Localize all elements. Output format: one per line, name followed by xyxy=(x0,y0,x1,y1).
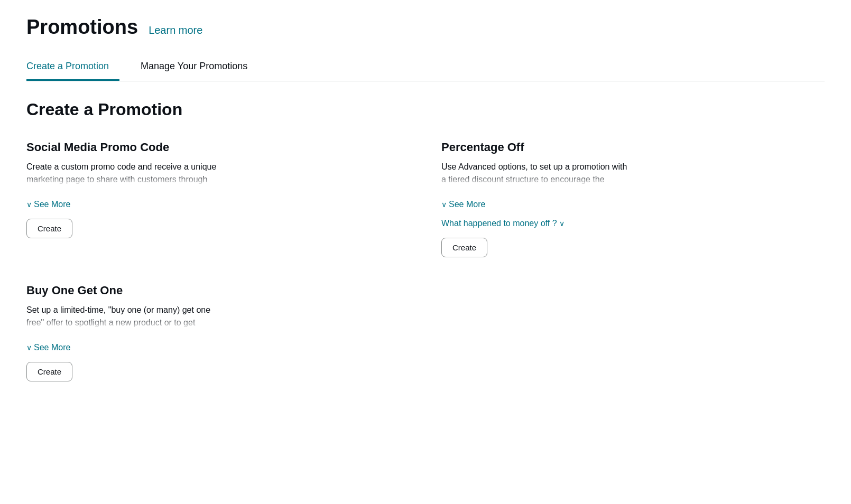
learn-more-link[interactable]: Learn more xyxy=(149,24,202,36)
see-more-link-bogo[interactable]: ∨ See More xyxy=(26,343,70,352)
promo-desc-bogo: Set up a limited-time, "buy one (or many… xyxy=(26,304,333,329)
money-off-link[interactable]: What happened to money off ? ∨ xyxy=(441,219,565,228)
chevron-down-icon: ∨ xyxy=(26,200,32,209)
section-title: Create a Promotion xyxy=(26,100,825,119)
page-title: Promotions xyxy=(26,16,138,39)
promo-card-bogo: Buy One Get One Set up a limited-time, "… xyxy=(26,284,410,381)
promo-title-bogo: Buy One Get One xyxy=(26,284,410,297)
see-more-link-percentage-off[interactable]: ∨ See More xyxy=(441,200,485,209)
chevron-down-icon-pct: ∨ xyxy=(441,200,447,209)
promo-title-social-media: Social Media Promo Code xyxy=(26,141,410,154)
promo-title-percentage-off: Percentage Off xyxy=(441,141,825,154)
see-more-link-social-media[interactable]: ∨ See More xyxy=(26,200,70,209)
tab-manage-promotions[interactable]: Manage Your Promotions xyxy=(141,54,258,81)
promo-desc-social-media: Create a custom promo code and receive a… xyxy=(26,161,333,186)
promo-card-percentage-off: Percentage Off Use Advanced options, to … xyxy=(441,141,825,257)
chevron-down-icon-money: ∨ xyxy=(559,219,565,228)
tabs-bar: Create a Promotion Manage Your Promotion… xyxy=(26,54,825,81)
tab-create-promotion[interactable]: Create a Promotion xyxy=(26,54,119,81)
page-header: Promotions Learn more xyxy=(26,16,825,39)
promotions-grid: Social Media Promo Code Create a custom … xyxy=(26,141,825,408)
create-button-percentage-off[interactable]: Create xyxy=(441,238,487,257)
chevron-down-icon-bogo: ∨ xyxy=(26,343,32,352)
create-button-social-media[interactable]: Create xyxy=(26,219,72,238)
promo-card-social-media: Social Media Promo Code Create a custom … xyxy=(26,141,410,257)
promo-desc-percentage-off: Use Advanced options, to set up a promot… xyxy=(441,161,748,186)
create-button-bogo[interactable]: Create xyxy=(26,362,72,381)
